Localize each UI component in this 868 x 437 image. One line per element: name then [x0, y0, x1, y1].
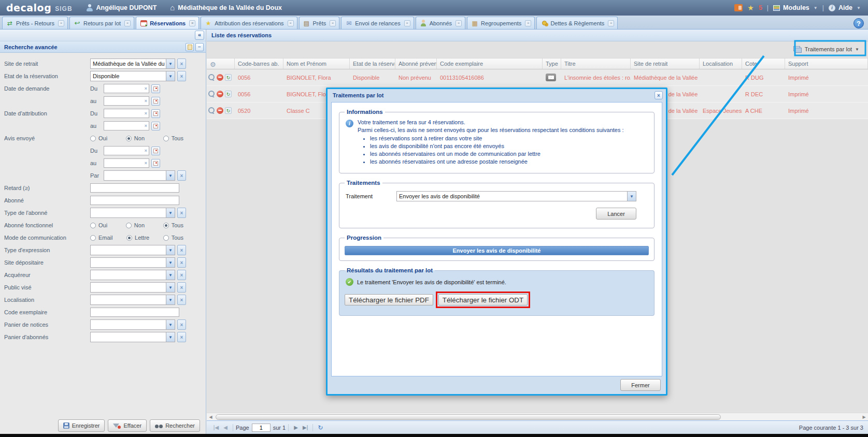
- chevron-down-icon[interactable]: [166, 320, 175, 329]
- view-icon[interactable]: [208, 74, 215, 81]
- modules-menu[interactable]: Modules ▼: [773, 4, 818, 11]
- code-exemplaire-input[interactable]: [90, 308, 179, 317]
- calendar-icon[interactable]: [151, 84, 160, 93]
- chevron-down-icon[interactable]: [627, 192, 636, 201]
- batch-processing-button[interactable]: Traitements par lot ▼: [791, 43, 862, 55]
- tab-attribution-reservations[interactable]: Attribution des réservations: [201, 17, 297, 29]
- column-header[interactable]: Titre: [561, 59, 631, 69]
- close-tab-icon[interactable]: [525, 20, 531, 26]
- site-depositaire-select[interactable]: [90, 257, 175, 268]
- chevron-down-icon[interactable]: [166, 59, 175, 68]
- date-attribution-du-input[interactable]: [104, 109, 149, 118]
- close-tab-icon[interactable]: [404, 20, 410, 26]
- column-header[interactable]: Code-barres ab.: [235, 59, 283, 69]
- clear-field-icon[interactable]: [177, 332, 186, 342]
- radio-tous[interactable]: Tous: [163, 135, 183, 141]
- chevron-down-icon[interactable]: [166, 270, 175, 280]
- chevron-down-icon[interactable]: [166, 295, 175, 304]
- retard-input[interactable]: [90, 183, 179, 193]
- tab-prets[interactable]: Prêts: [299, 17, 340, 29]
- last-page-icon[interactable]: ▶|: [301, 425, 310, 430]
- site-retrait-select[interactable]: Médiathèque de la Vallée du: [90, 59, 175, 69]
- close-tab-icon[interactable]: [608, 20, 614, 26]
- type-abonne-select[interactable]: [90, 208, 175, 218]
- column-header[interactable]: Cote: [742, 59, 785, 69]
- view-icon[interactable]: [208, 107, 215, 114]
- close-tab-icon[interactable]: [330, 20, 336, 26]
- abonne-input[interactable]: [90, 196, 179, 205]
- localisation-select[interactable]: [90, 295, 175, 305]
- calendar-icon[interactable]: [151, 109, 160, 118]
- clear-field-icon[interactable]: [177, 282, 186, 293]
- clear-field-icon[interactable]: [177, 270, 186, 280]
- cancel-icon[interactable]: [217, 107, 223, 114]
- radio-lettre[interactable]: Lettre: [126, 235, 149, 241]
- clear-button[interactable]: Effacer: [108, 419, 147, 432]
- chevron-down-icon[interactable]: [166, 245, 175, 255]
- radio-tous[interactable]: Tous: [163, 235, 183, 241]
- calendar-icon[interactable]: [151, 97, 160, 106]
- clear-date-icon[interactable]: [145, 86, 147, 91]
- close-tab-icon[interactable]: [189, 20, 195, 26]
- first-page-icon[interactable]: |◀: [211, 425, 221, 430]
- radio-non[interactable]: Non: [126, 135, 145, 141]
- save-search-icon[interactable]: [186, 43, 194, 51]
- clear-date-icon[interactable]: [145, 111, 147, 116]
- avis-par-select[interactable]: [104, 170, 175, 181]
- tab-regroupements[interactable]: Regroupements: [467, 17, 535, 29]
- minimize-icon[interactable]: [195, 43, 204, 51]
- clear-field-icon[interactable]: [177, 208, 186, 218]
- panier-abonnes-select[interactable]: [90, 332, 175, 342]
- tab-retours-par-lot[interactable]: Retours par lot: [69, 17, 134, 29]
- scroll-left-icon[interactable]: ◀: [207, 415, 215, 419]
- calendar-icon[interactable]: [151, 159, 160, 168]
- tab-abonnes[interactable]: Abonnés: [416, 17, 465, 29]
- clear-field-icon[interactable]: [177, 170, 186, 181]
- column-header[interactable]: Abonné prévenu...: [395, 59, 437, 69]
- clear-field-icon[interactable]: [177, 257, 186, 268]
- clear-field-icon[interactable]: [177, 71, 186, 81]
- clear-field-icon[interactable]: [177, 295, 186, 305]
- avis-du-input[interactable]: [104, 146, 149, 155]
- traitement-select[interactable]: Envoyer les avis de disponibilité: [396, 191, 636, 201]
- clear-date-icon[interactable]: [145, 98, 147, 104]
- clear-field-icon[interactable]: [177, 59, 186, 69]
- history-icon[interactable]: [225, 91, 232, 97]
- save-button[interactable]: Enregistrer: [58, 419, 105, 432]
- chevron-down-icon[interactable]: [166, 171, 175, 180]
- download-pdf-button[interactable]: Télécharger le fichier PDF: [345, 294, 433, 305]
- etat-reservation-select[interactable]: Disponible: [90, 71, 175, 81]
- lancer-button[interactable]: Lancer: [596, 208, 636, 220]
- history-icon[interactable]: [225, 107, 232, 114]
- date-attribution-au-input[interactable]: [104, 121, 149, 130]
- clear-date-icon[interactable]: [145, 161, 147, 166]
- page-number-input[interactable]: [252, 424, 271, 432]
- calendar-icon[interactable]: [151, 122, 160, 130]
- tab-dettes-reglements[interactable]: Dettes & Règlements: [536, 17, 618, 29]
- radio-oui[interactable]: Oui: [90, 135, 107, 141]
- panier-notices-select[interactable]: [90, 319, 175, 330]
- chevron-down-icon[interactable]: [166, 258, 175, 267]
- public-vise-select[interactable]: [90, 282, 175, 293]
- tab-envoi-relances[interactable]: Envoi de relances: [341, 17, 414, 29]
- previous-page-icon[interactable]: ◀: [221, 425, 230, 430]
- radio-email[interactable]: Email: [90, 235, 113, 241]
- chevron-down-icon[interactable]: [166, 283, 175, 292]
- chevron-down-icon[interactable]: [166, 71, 175, 81]
- view-icon[interactable]: [208, 91, 215, 97]
- radio-non[interactable]: Non: [126, 222, 145, 228]
- fermer-button[interactable]: Fermer: [620, 379, 661, 391]
- scrollbar-thumb[interactable]: [216, 414, 721, 420]
- close-tab-icon[interactable]: [456, 20, 462, 26]
- close-tab-icon[interactable]: [124, 20, 131, 26]
- tab-reservations[interactable]: Réservations: [136, 17, 199, 29]
- help-menu[interactable]: i Aide ▼: [829, 4, 861, 11]
- clear-date-icon[interactable]: [145, 148, 147, 153]
- type-expression-select[interactable]: [90, 245, 175, 255]
- column-header[interactable]: Type: [543, 59, 561, 69]
- clear-field-icon[interactable]: [177, 245, 186, 255]
- history-icon[interactable]: [225, 74, 232, 81]
- radio-tous[interactable]: Tous: [163, 222, 183, 228]
- download-odt-button[interactable]: Télécharger le fichier ODT: [438, 294, 528, 305]
- close-tab-icon[interactable]: [288, 20, 294, 26]
